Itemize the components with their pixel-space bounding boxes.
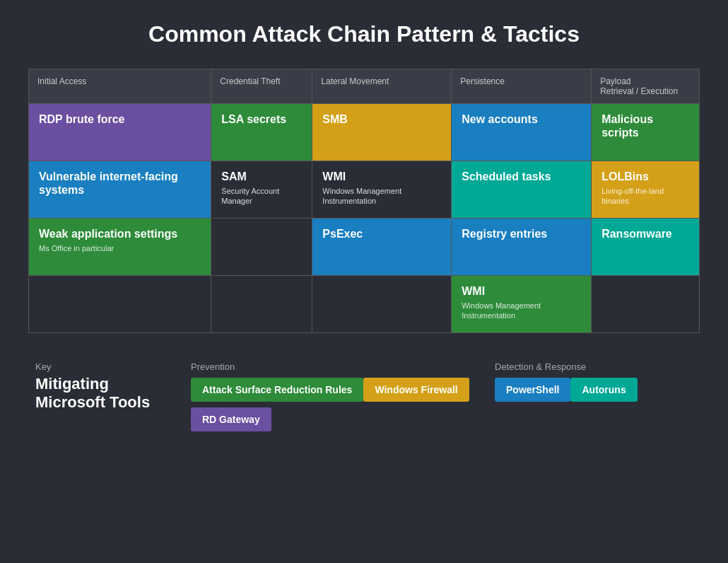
cell-subtitle-1-1: Security Account Manager (221, 186, 302, 207)
cell-title-2-0: Weak application settings (39, 227, 201, 240)
cell-title-0-4: Malicious scripts (601, 112, 689, 139)
cell-title-1-4: LOLBins (601, 170, 689, 183)
key-title: MitigatingMicrosoft Tools (35, 375, 163, 412)
cell-title-0-1: LSA secrets (221, 112, 302, 126)
col-header-2: Lateral Movement (312, 69, 452, 104)
table-row: RDP brute forceLSA secretsSMBNew account… (29, 104, 700, 161)
cell-3-1 (211, 276, 312, 333)
col-header-1: Credential Theft (211, 69, 312, 104)
table-row: WMIWindows Management Instrumentation (29, 276, 700, 333)
cell-title-1-0: Vulnerable internet-facing systems (39, 170, 201, 197)
cell-2-1 (211, 219, 312, 276)
cell-subtitle-1-2: Windows Management Instrumentation (322, 186, 441, 207)
cell-title-1-2: WMI (322, 170, 441, 183)
col-header-0: Initial Access (29, 69, 211, 104)
cell-0-4: Malicious scripts (592, 104, 700, 161)
key-section: Key MitigatingMicrosoft Tools Prevention… (28, 361, 700, 437)
cell-title-1-1: SAM (221, 170, 302, 183)
key-label-block: Key MitigatingMicrosoft Tools (35, 361, 163, 412)
cell-title-1-3: Scheduled tasks (462, 170, 581, 183)
page-title: Common Attack Chain Pattern & Tactics (148, 21, 580, 47)
cell-1-1: SAMSecurity Account Manager (211, 161, 312, 219)
cell-subtitle-2-0: Ms Office in particular (39, 243, 201, 253)
cell-title-2-4: Ransomware (601, 227, 689, 240)
cell-title-0-2: SMB (322, 112, 441, 126)
cell-0-3: New accounts (452, 104, 592, 161)
cell-subtitle-3-3: Windows Management Instrumentation (462, 301, 581, 321)
col-header-3: Persistence (452, 69, 592, 104)
detection-label: Detection & Response (495, 361, 693, 372)
detection-column: Detection & Response PowerShellAutoruns (495, 361, 693, 437)
table-row: Vulnerable internet-facing systemsSAMSec… (29, 161, 700, 219)
cell-2-2: PsExec (312, 219, 452, 276)
detection-badge-1: Autoruns (570, 378, 637, 402)
cell-title-2-2: PsExec (322, 227, 441, 240)
cell-0-2: SMB (312, 104, 452, 161)
cell-0-0: RDP brute force (29, 104, 211, 161)
table-row: Weak application settingsMs Office in pa… (29, 219, 700, 276)
cell-1-0: Vulnerable internet-facing systems (29, 161, 211, 219)
prevention-badge-0: Attack Surface Reduction Rules (191, 378, 363, 402)
attack-chain-table: Initial AccessCredential TheftLateral Mo… (28, 69, 700, 333)
cell-title-0-0: RDP brute force (39, 112, 201, 126)
cell-3-2 (312, 276, 452, 333)
cell-2-3: Registry entries (452, 219, 592, 276)
cell-1-2: WMIWindows Management Instrumentation (312, 161, 452, 219)
cell-1-3: Scheduled tasks (452, 161, 592, 219)
cell-title-3-3: WMI (462, 284, 581, 298)
detection-badge-0: PowerShell (495, 378, 570, 402)
key-columns: Prevention Attack Surface Reduction Rule… (191, 361, 693, 437)
cell-3-3: WMIWindows Management Instrumentation (452, 276, 592, 333)
prevention-label: Prevention (191, 361, 474, 372)
key-small-label: Key (35, 361, 163, 372)
cell-1-4: LOLBinsLiving-off-the-land binaries (592, 161, 700, 219)
cell-3-4 (592, 276, 700, 333)
cell-3-0 (29, 276, 211, 333)
prevention-badge-2: RD Gateway (191, 407, 271, 431)
col-header-4: PayloadRetrieval / Execution (592, 69, 700, 104)
cell-title-2-3: Registry entries (462, 227, 581, 240)
prevention-badge-1: Windows Firewall (363, 378, 469, 402)
prevention-column: Prevention Attack Surface Reduction Rule… (191, 361, 474, 437)
cell-title-0-3: New accounts (462, 112, 581, 126)
cell-0-1: LSA secrets (211, 104, 312, 161)
cell-subtitle-1-4: Living-off-the-land binaries (601, 186, 689, 207)
cell-2-0: Weak application settingsMs Office in pa… (29, 219, 211, 276)
cell-2-4: Ransomware (592, 219, 700, 276)
